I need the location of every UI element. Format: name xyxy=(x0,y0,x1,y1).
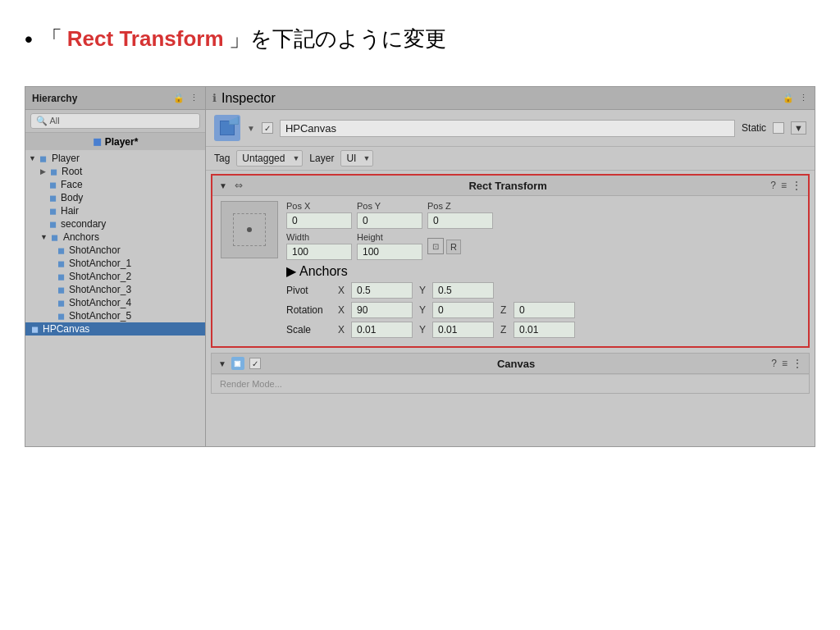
scale-z-input[interactable] xyxy=(514,322,575,338)
pos-z-label: Pos Z xyxy=(427,201,493,211)
canvas-section: ▼ ▣ ✓ Canvas ? ≡ ⋮ Render Mode... xyxy=(211,353,810,394)
hierarchy-item-hpcanvas[interactable]: ◼ HPCanvas xyxy=(25,322,205,336)
tag-dropdown-wrapper: Untagged ▼ xyxy=(236,150,303,167)
width-group: Width xyxy=(286,232,352,260)
title-text: • 「Rect Transform」を下記のように変更 xyxy=(25,25,815,53)
hierarchy-item-face[interactable]: ◼ Face xyxy=(25,178,205,191)
hierarchy-search-input[interactable]: 🔍 All xyxy=(30,113,200,129)
tree-arrow-player: ▼ xyxy=(29,154,36,162)
r-button[interactable]: R xyxy=(446,240,461,254)
hierarchy-item-shotanchor4[interactable]: ◼ ShotAnchor_4 xyxy=(25,296,205,309)
pivot-y-axis-label: Y xyxy=(419,285,429,296)
player-star-cube-icon: ◼ xyxy=(93,135,102,148)
static-checkbox[interactable] xyxy=(773,122,784,134)
rotation-x-input[interactable] xyxy=(351,302,413,318)
hierarchy-item-player[interactable]: ▼ ◼ Player xyxy=(25,152,205,165)
hierarchy-item-label: ShotAnchor_3 xyxy=(69,284,131,295)
hierarchy-item-shotanchor[interactable]: ◼ ShotAnchor xyxy=(25,244,205,257)
canvas-actions: ? ≡ ⋮ xyxy=(771,358,802,369)
hierarchy-content: ▼ ◼ Player ▶ ◼ Root ◼ xyxy=(25,150,205,446)
rect-transform-menu-icon[interactable]: ⋮ xyxy=(792,180,801,191)
anchors-toggle[interactable]: ▶ Anchors xyxy=(286,263,348,279)
layer-dropdown[interactable]: UI xyxy=(340,150,373,167)
rotation-label: Rotation xyxy=(286,304,331,316)
hierarchy-item-secondary[interactable]: ◼ secondary xyxy=(25,217,205,231)
static-label: Static xyxy=(742,122,766,134)
hierarchy-item-root[interactable]: ▶ ◼ Root xyxy=(25,165,205,178)
canvas-title: Canvas xyxy=(266,358,766,370)
hierarchy-search-bar: 🔍 All xyxy=(25,110,205,133)
pivot-y-input[interactable] xyxy=(432,282,494,299)
hierarchy-item-shotanchor2[interactable]: ◼ ShotAnchor_2 xyxy=(25,270,205,283)
cube-icon-shotanchor1: ◼ xyxy=(55,258,66,269)
scale-y-group: Y xyxy=(419,322,494,338)
inspector-header: ℹ Inspector 🔒 ⋮ xyxy=(206,87,815,110)
pivot-y-group: Y xyxy=(419,282,494,299)
rect-fields: Pos X Pos Y Pos Z xyxy=(286,201,800,341)
rect-preview xyxy=(221,201,278,258)
height-input[interactable] xyxy=(357,244,422,260)
pivot-row: Pivot X Y xyxy=(286,282,800,299)
layer-dropdown-wrapper: UI ▼ xyxy=(340,150,373,167)
hierarchy-item-shotanchor1[interactable]: ◼ ShotAnchor_1 xyxy=(25,257,205,270)
pos-y-input[interactable] xyxy=(357,212,422,229)
tag-dropdown[interactable]: Untagged xyxy=(236,150,303,167)
hierarchy-lock-icon[interactable]: 🔒 xyxy=(173,93,185,103)
canvas-active-checkbox[interactable]: ✓ xyxy=(249,358,261,369)
rect-transform-body: Pos X Pos Y Pos Z xyxy=(212,196,808,346)
rect-transform-header: ▼ ⇔ Rect Transform ? ≡ ⋮ xyxy=(212,176,808,196)
hierarchy-item-label: Player xyxy=(52,153,80,164)
scale-z-axis-label: Z xyxy=(500,324,510,336)
rect-transform-actions: ? ≡ ⋮ xyxy=(770,180,801,191)
resize-corners-icon[interactable]: ⊡ xyxy=(427,238,444,254)
hierarchy-item-hair[interactable]: ◼ Hair xyxy=(25,204,205,217)
pivot-x-input[interactable] xyxy=(351,282,413,299)
rect-preview-center xyxy=(247,227,252,232)
hierarchy-item-label: ShotAnchor_1 xyxy=(69,258,131,269)
cube-icon-shotanchor: ◼ xyxy=(55,244,66,256)
canvas-help-icon[interactable]: ? xyxy=(771,358,777,369)
title-section: • 「Rect Transform」を下記のように変更 xyxy=(25,16,815,62)
pos-z-input[interactable] xyxy=(427,212,493,229)
inspector-lock-icon[interactable]: 🔒 xyxy=(783,93,794,103)
title-highlight: Rect Transform xyxy=(67,26,224,52)
cube-icon-body: ◼ xyxy=(47,192,58,203)
pos-y-group: Pos Y xyxy=(357,201,422,229)
canvas-settings-icon[interactable]: ≡ xyxy=(782,358,788,369)
hierarchy-item-shotanchor3[interactable]: ◼ ShotAnchor_3 xyxy=(25,283,205,296)
player-star-label: Player* xyxy=(105,136,139,148)
scale-y-input[interactable] xyxy=(432,322,494,338)
rect-transform-section: ▼ ⇔ Rect Transform ? ≡ ⋮ xyxy=(211,174,810,348)
canvas-content-row: Render Mode... xyxy=(212,374,809,393)
static-dropdown[interactable]: ▼ xyxy=(791,121,806,135)
hierarchy-item-shotanchor5[interactable]: ◼ ShotAnchor_5 xyxy=(25,309,205,322)
rect-transform-settings-icon[interactable]: ≡ xyxy=(781,180,787,191)
width-label: Width xyxy=(286,232,352,242)
rotation-y-input[interactable] xyxy=(432,302,494,318)
hierarchy-item-anchors[interactable]: ▼ ◼ Anchors xyxy=(25,231,205,244)
canvas-icon: ▣ xyxy=(231,357,244,370)
object-active-checkbox[interactable]: ✓ xyxy=(262,122,273,134)
width-input[interactable] xyxy=(286,244,352,260)
canvas-menu-icon[interactable]: ⋮ xyxy=(792,358,802,369)
pos-x-input[interactable] xyxy=(286,212,352,229)
rotation-z-input[interactable] xyxy=(514,302,575,318)
inspector-menu-icon[interactable]: ⋮ xyxy=(799,93,808,103)
canvas-toggle[interactable]: ▼ xyxy=(218,359,226,368)
anchors-arrow: ▶ xyxy=(286,263,296,279)
page-container: • 「Rect Transform」を下記のように変更 Hierarchy 🔒 … xyxy=(0,0,840,630)
hierarchy-title: Hierarchy xyxy=(32,93,77,104)
cube-icon-shotanchor2: ◼ xyxy=(55,271,66,282)
object-name-input[interactable] xyxy=(280,120,735,137)
scale-x-input[interactable] xyxy=(351,322,413,338)
rect-transform-toggle[interactable]: ▼ xyxy=(219,181,227,190)
size-row: Width Height ⊡ R xyxy=(286,232,800,260)
rect-transform-help-icon[interactable]: ? xyxy=(770,180,776,191)
hierarchy-menu-icon[interactable]: ⋮ xyxy=(189,93,199,103)
object-header: ▼ ✓ Static ▼ xyxy=(206,110,815,147)
hierarchy-item-body[interactable]: ◼ Body xyxy=(25,191,205,204)
rotation-x-axis-label: X xyxy=(338,304,348,316)
inspector-title: Inspector xyxy=(221,91,276,106)
cube-icon-shotanchor4: ◼ xyxy=(55,297,66,308)
pivot-x-axis-label: X xyxy=(338,285,348,296)
